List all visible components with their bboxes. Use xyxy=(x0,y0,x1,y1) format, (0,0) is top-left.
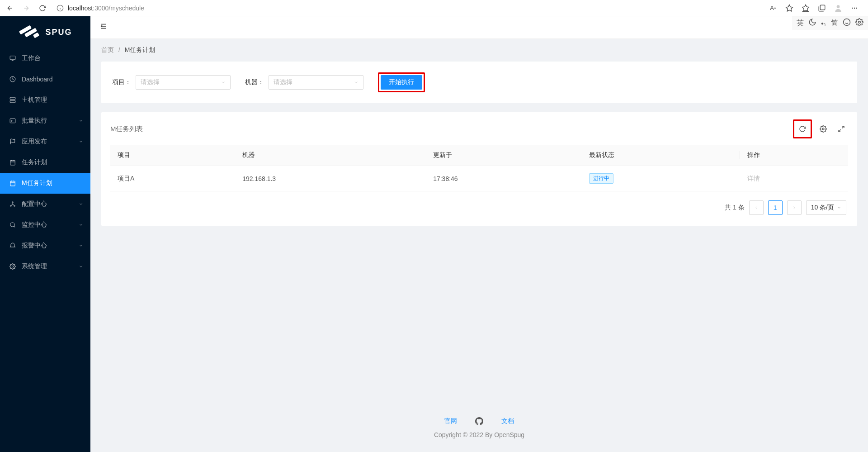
svg-point-30 xyxy=(14,205,15,206)
svg-marker-4 xyxy=(802,5,809,11)
table-title: M任务列表 xyxy=(110,125,143,133)
text-size-icon[interactable]: A» xyxy=(767,2,779,14)
cell-updated: 17:38:46 xyxy=(426,166,581,191)
breadcrumb-home[interactable]: 首页 xyxy=(101,46,114,53)
prev-page[interactable] xyxy=(749,200,764,215)
sidebar: SPUG 工作台 Dashboard 主机管理 批量执行 应用发布 任务计划 xyxy=(0,16,90,452)
sidebar-item-myschedule[interactable]: M任务计划 xyxy=(0,173,90,194)
svg-rect-16 xyxy=(10,97,15,100)
svg-point-8 xyxy=(844,19,850,26)
copyright: Copyright © 2022 By OpenSpug xyxy=(90,431,868,438)
gear-icon xyxy=(9,263,16,270)
execute-button[interactable]: 开始执行 xyxy=(381,75,422,90)
svg-marker-3 xyxy=(786,5,793,11)
moon-icon[interactable] xyxy=(808,18,816,28)
sidebar-item-dashboard[interactable]: Dashboard xyxy=(0,69,90,90)
sidebar-item-hosts[interactable]: 主机管理 xyxy=(0,90,90,110)
back-button[interactable] xyxy=(4,2,16,14)
terminal-icon xyxy=(9,117,16,124)
filter-panel: 项目： 请选择 机器： 请选择 开始执行 xyxy=(101,62,857,103)
sidebar-item-label: 报警中心 xyxy=(22,242,47,250)
sidebar-item-batch[interactable]: 批量执行 xyxy=(0,110,90,131)
footer-link-docs[interactable]: 文档 xyxy=(501,417,514,427)
sidebar-item-deploy[interactable]: 应用发布 xyxy=(0,131,90,152)
breadcrumb: 首页 / M任务计划 xyxy=(90,39,868,62)
forward-button[interactable] xyxy=(20,2,33,14)
highlight-refresh xyxy=(793,119,812,138)
reload-button[interactable] xyxy=(36,2,49,14)
sidebar-item-alarm[interactable]: 报警中心 xyxy=(0,235,90,256)
main-content: 首页 / M任务计划 项目： 请选择 机器： 请选择 开始执行 xyxy=(90,16,868,452)
sidebar-item-schedule[interactable]: 任务计划 xyxy=(0,152,90,173)
chevron-down-icon xyxy=(79,200,83,208)
logo-text: SPUG xyxy=(45,28,72,37)
dashboard-icon xyxy=(9,76,16,83)
page-1[interactable]: 1 xyxy=(768,200,783,215)
cell-action: 详情 xyxy=(740,166,848,191)
profile-icon[interactable] xyxy=(832,2,844,14)
sidebar-item-label: Dashboard xyxy=(22,76,53,83)
sidebar-item-system[interactable]: 系统管理 xyxy=(0,256,90,277)
pagination: 共 1 条 1 10 条/页 xyxy=(110,200,848,215)
refresh-button[interactable] xyxy=(796,122,809,136)
sidebar-item-label: 应用发布 xyxy=(22,138,47,146)
highlight-execute: 开始执行 xyxy=(378,72,425,92)
chevron-down-icon xyxy=(79,263,83,270)
topbar xyxy=(90,16,868,39)
footer: 官网 文档 Copyright © 2022 By OpenSpug xyxy=(90,408,868,452)
chevron-down-icon xyxy=(354,80,359,85)
server-icon xyxy=(9,96,16,104)
smile-icon[interactable] xyxy=(843,18,851,28)
alert-icon xyxy=(9,242,16,249)
desktop-icon xyxy=(9,55,16,62)
svg-line-38 xyxy=(842,126,844,128)
menu-icon[interactable]: ⋯ xyxy=(848,2,861,14)
sidebar-item-label: 主机管理 xyxy=(22,96,47,104)
sidebar-item-label: 系统管理 xyxy=(22,262,47,271)
svg-rect-12 xyxy=(10,56,15,60)
table-row: 项目A 192.168.1.3 17:38:46 进行中 详情 xyxy=(110,166,848,191)
svg-point-33 xyxy=(12,266,14,267)
calendar-icon xyxy=(9,159,16,166)
fullscreen-button[interactable] xyxy=(835,122,848,136)
url-bar[interactable]: localhost:3000/myschedule xyxy=(52,2,763,14)
svg-point-28 xyxy=(12,202,13,203)
logo[interactable]: SPUG xyxy=(0,16,90,48)
github-icon[interactable] xyxy=(475,417,483,427)
pagination-total: 共 1 条 xyxy=(725,204,745,212)
url-text: localhost:3000/myschedule xyxy=(68,5,144,12)
machine-select[interactable]: 请选择 xyxy=(269,75,363,90)
svg-line-39 xyxy=(839,129,841,132)
collections-icon[interactable] xyxy=(816,2,828,14)
task-table: 项目 机器 更新于 最新状态 操作 项目A 192.168.1.3 17:38:… xyxy=(110,145,848,191)
collapse-sidebar-button[interactable] xyxy=(99,22,108,33)
cell-status: 进行中 xyxy=(582,166,740,191)
footer-link-website[interactable]: 官网 xyxy=(444,417,457,427)
gear-icon[interactable] xyxy=(855,18,863,28)
sidebar-item-label: 配置中心 xyxy=(22,200,47,208)
favorite-icon[interactable] xyxy=(783,2,796,14)
detail-link[interactable]: 详情 xyxy=(747,175,760,182)
th-status: 最新状态 xyxy=(582,145,740,166)
ext-simp[interactable]: 简 xyxy=(831,19,838,28)
project-select[interactable]: 请选择 xyxy=(136,75,231,90)
flag-icon xyxy=(9,138,16,145)
breadcrumb-current: M任务计划 xyxy=(125,46,156,53)
sidebar-item-workspace[interactable]: 工作台 xyxy=(0,48,90,69)
sidebar-item-config[interactable]: 配置中心 xyxy=(0,194,90,214)
sidebar-item-monitor[interactable]: 监控中心 xyxy=(0,214,90,235)
search-icon xyxy=(9,221,16,228)
chevron-down-icon xyxy=(79,242,83,249)
svg-point-11 xyxy=(859,21,861,24)
page-size-select[interactable]: 10 条/页 xyxy=(806,200,846,215)
info-icon xyxy=(56,4,64,12)
favorites-bar-icon[interactable] xyxy=(799,2,812,14)
chevron-down-icon xyxy=(79,221,83,228)
sidebar-item-label: 任务计划 xyxy=(22,158,47,167)
settings-button[interactable] xyxy=(816,122,830,136)
svg-point-29 xyxy=(10,205,11,206)
next-page[interactable] xyxy=(787,200,802,215)
dot-icon[interactable]: ●╮ xyxy=(821,21,826,26)
extension-bar: 英 ●╮ 简 xyxy=(792,16,868,30)
ext-lang[interactable]: 英 xyxy=(797,19,804,28)
